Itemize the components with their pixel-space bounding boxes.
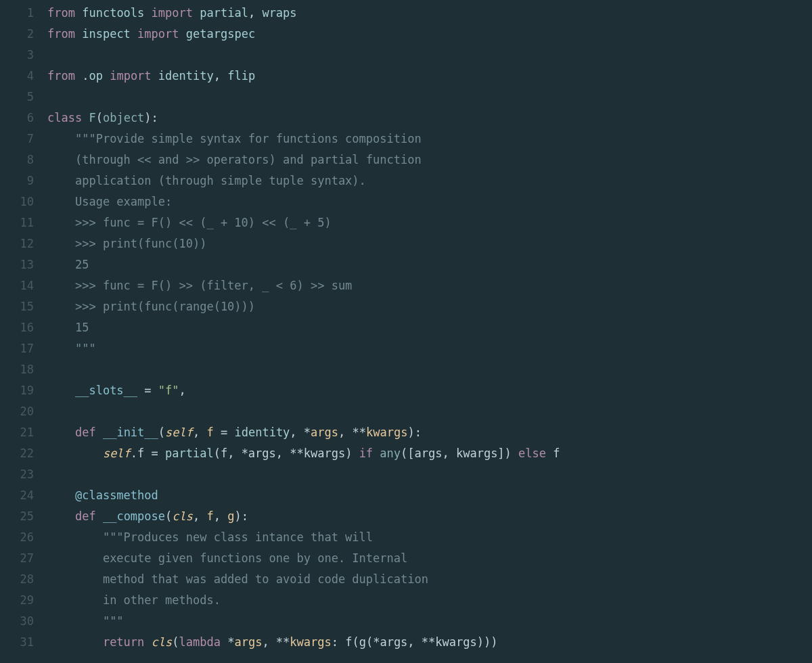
code-line[interactable]: >>> print(func(range(10)))	[47, 296, 812, 317]
code-line[interactable]: Usage example:	[47, 191, 812, 212]
token-kw: from	[47, 6, 75, 20]
token-text	[96, 509, 103, 523]
token-text	[47, 426, 75, 439]
token-cls: F	[89, 111, 95, 124]
token-kw: import	[110, 69, 151, 83]
line-number: 15	[0, 296, 34, 317]
code-line[interactable]: execute given functions one by one. Inte…	[47, 548, 812, 569]
token-text	[144, 6, 151, 20]
token-text: (	[96, 111, 103, 124]
code-line[interactable]: application (through simple tuple syntax…	[47, 170, 812, 191]
token-text: ,	[193, 509, 206, 523]
code-line[interactable]: 15	[47, 317, 812, 338]
token-kw: lambda	[179, 635, 221, 649]
line-number: 19	[0, 380, 34, 401]
token-text	[47, 635, 103, 649]
token-paramit: self	[165, 426, 193, 439]
token-text: (	[158, 426, 165, 439]
line-number: 20	[0, 401, 34, 422]
token-param: kwargs	[366, 426, 407, 439]
token-str: >>> print(func(range(10)))	[75, 300, 255, 313]
token-fn: identity	[234, 426, 290, 439]
line-number: 8	[0, 150, 34, 170]
token-kw: if	[359, 447, 373, 460]
line-number: 23	[0, 464, 34, 485]
line-number: 12	[0, 233, 34, 254]
line-number: 29	[0, 590, 34, 611]
token-dunder: __compose	[103, 509, 165, 523]
line-number: 21	[0, 422, 34, 443]
line-number: 4	[0, 66, 34, 87]
code-line[interactable]: in other methods.	[47, 590, 812, 611]
token-fn: getargspec	[186, 27, 255, 41]
token-text	[47, 216, 75, 229]
code-line[interactable]: >>> print(func(10))	[47, 233, 812, 254]
token-text	[144, 635, 151, 649]
token-text: (f, *args, **kwargs)	[214, 447, 359, 460]
code-line[interactable]	[47, 464, 812, 485]
token-text	[47, 530, 103, 544]
code-line[interactable]: def __compose(cls, f, g):	[47, 506, 812, 527]
token-text	[47, 258, 75, 271]
token-text: ,	[179, 384, 186, 397]
token-fn: wraps	[262, 6, 296, 20]
token-text: .f =	[131, 447, 165, 460]
code-line[interactable]: >>> func = F() << (_ + 10) << (_ + 5)	[47, 212, 812, 233]
code-editor[interactable]: 1234567891011121314151617181920212223242…	[0, 0, 812, 663]
line-number: 10	[0, 191, 34, 212]
code-line[interactable]: return cls(lambda *args, **kwargs: f(g(*…	[47, 632, 812, 653]
token-text: ,	[214, 509, 227, 523]
token-str: 15	[75, 321, 89, 334]
token-text: ):	[407, 426, 421, 439]
code-line[interactable]: """Produces new class intance that will	[47, 527, 812, 548]
code-line[interactable]: >>> func = F() >> (filter, _ < 6) >> sum	[47, 275, 812, 296]
code-line[interactable]: (through << and >> operators) and partia…	[47, 150, 812, 170]
code-line[interactable]: """	[47, 338, 812, 359]
code-line[interactable]: from functools import partial, wraps	[47, 3, 812, 24]
token-str: (through << and >> operators) and partia…	[75, 153, 422, 166]
token-dunder: __slots__	[75, 384, 137, 397]
line-number: 25	[0, 506, 34, 527]
token-text	[47, 509, 75, 523]
token-str: >>> func = F() >> (filter, _ < 6) >> sum	[75, 279, 352, 292]
code-line[interactable]	[47, 45, 812, 66]
token-param: f	[207, 509, 214, 523]
token-param: args	[234, 635, 262, 649]
token-text	[47, 614, 103, 628]
line-number: 13	[0, 254, 34, 275]
line-number: 2	[0, 24, 34, 45]
code-line[interactable]: method that was added to avoid code dupl…	[47, 569, 812, 590]
code-line[interactable]: class F(object):	[47, 108, 812, 129]
line-number: 30	[0, 611, 34, 632]
code-line[interactable]: """Provide simple syntax for functions c…	[47, 129, 812, 150]
token-text: ([args, kwargs])	[401, 447, 518, 460]
line-number: 11	[0, 212, 34, 233]
code-line[interactable]: from inspect import getargspec	[47, 24, 812, 45]
code-line[interactable]: self.f = partial(f, *args, **kwargs) if …	[47, 443, 812, 464]
code-line[interactable]: __slots__ = "f",	[47, 380, 812, 401]
code-line[interactable]: from .op import identity, flip	[47, 66, 812, 87]
line-number: 18	[0, 359, 34, 380]
line-number: 16	[0, 317, 34, 338]
code-area[interactable]: from functools import partial, wrapsfrom…	[41, 0, 812, 663]
token-text	[47, 551, 103, 565]
line-number: 7	[0, 129, 34, 150]
token-text: ):	[234, 509, 248, 523]
token-fn: functools	[82, 6, 144, 20]
token-text	[96, 426, 103, 439]
line-number: 9	[0, 170, 34, 191]
token-kw: else	[518, 447, 546, 460]
code-line[interactable]: """	[47, 611, 812, 632]
code-line[interactable]: def __init__(self, f = identity, *args, …	[47, 422, 812, 443]
line-number: 1	[0, 3, 34, 24]
code-line[interactable]	[47, 401, 812, 422]
code-line[interactable]: @classmethod	[47, 485, 812, 506]
code-line[interactable]	[47, 359, 812, 380]
token-text	[47, 300, 75, 313]
token-fn: identity	[158, 69, 214, 83]
code-line[interactable]: 25	[47, 254, 812, 275]
token-str: """Provide simple syntax for functions c…	[75, 132, 422, 145]
line-number: 3	[0, 45, 34, 66]
token-text: ,	[214, 69, 227, 83]
code-line[interactable]	[47, 87, 812, 108]
